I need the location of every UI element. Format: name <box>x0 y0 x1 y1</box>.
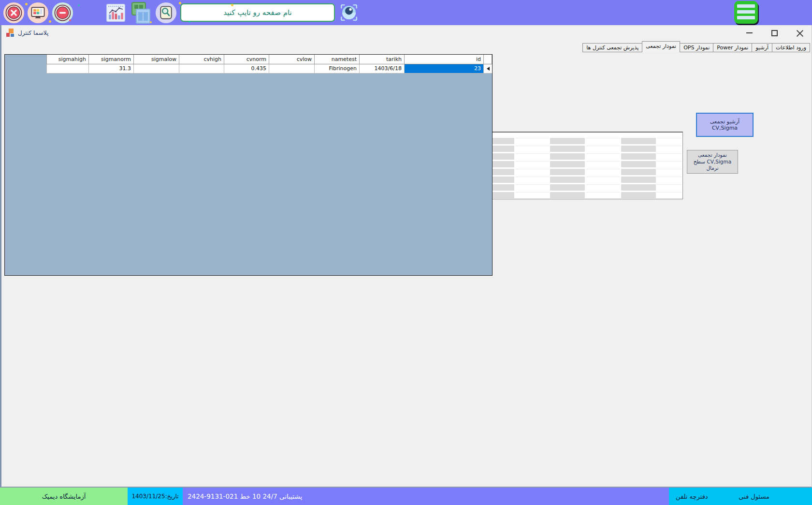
side-table-cell <box>620 146 656 152</box>
column-header-sigmahigh[interactable]: sigmahigh <box>46 55 89 64</box>
side-table-cell <box>549 146 585 152</box>
date-section: تاریخ:1403/11/25 <box>128 488 183 505</box>
column-header-cvnorm[interactable]: cvnorm <box>224 55 269 64</box>
cell-cvnorm[interactable]: 0.435 <box>224 64 269 74</box>
side-table-cell <box>656 146 682 152</box>
side-table-cell <box>620 184 656 191</box>
side-table-cell <box>656 177 682 183</box>
minimize-icon <box>746 32 753 33</box>
side-table-cell <box>620 169 656 175</box>
side-table-row <box>466 138 682 146</box>
top-toolbar <box>0 0 812 25</box>
column-header-sigmanorm[interactable]: sigmanorm <box>89 55 134 64</box>
technical-manager-link[interactable]: مسئول فنی <box>739 493 769 500</box>
links-section: مسئول فنی دفترچه تلفن <box>669 488 812 505</box>
tab-strip: ورود اطلاعات آرشیو نمودار Power نمودار O… <box>582 41 810 52</box>
side-table-cell <box>620 138 656 144</box>
close-circle-button[interactable] <box>3 2 25 24</box>
eye-capture-button[interactable] <box>339 2 359 23</box>
side-table-cell <box>549 153 585 160</box>
tab-cumulative-acceptance[interactable]: پذیرش تجمعی کنترل ها <box>582 43 642 52</box>
side-table-row <box>466 169 682 177</box>
row-header[interactable] <box>484 64 492 74</box>
current-row-indicator-icon <box>487 67 490 71</box>
column-header-tarikh[interactable]: tarikh <box>360 55 405 64</box>
side-table-row <box>466 146 682 153</box>
side-table-cell <box>620 153 656 160</box>
column-header-cvlow[interactable]: cvlow <box>269 55 315 64</box>
hamburger-menu-button[interactable] <box>734 1 758 24</box>
cell-cvhigh[interactable] <box>179 64 224 74</box>
tab-data-entry[interactable]: ورود اطلاعات <box>772 43 810 52</box>
side-table[interactable] <box>465 132 683 199</box>
side-table-cell <box>585 153 620 160</box>
side-table-cell <box>585 138 620 144</box>
page-name-input[interactable] <box>180 3 335 22</box>
cell-sigmanorm[interactable]: 31.3 <box>89 64 134 74</box>
screenshot-monitor-icon <box>27 2 49 24</box>
cell-sigmahigh[interactable] <box>46 64 89 74</box>
status-bar: آزمایشگاه دیمیک تاریخ:1403/11/25 پشتیبان… <box>0 488 812 505</box>
side-table-cell <box>514 177 549 183</box>
magnifier-image-button[interactable] <box>155 2 177 24</box>
window-title: پلاسما کنترل <box>18 30 48 36</box>
column-header-id[interactable]: id <box>405 55 484 64</box>
tab-cumulative-chart[interactable]: نمودار تجمعی <box>642 41 680 52</box>
tab-ops-chart[interactable]: نمودار OPS <box>680 43 713 52</box>
cell-tarikh[interactable]: 1403/6/18 <box>360 64 405 74</box>
side-table-rows <box>466 138 682 199</box>
confetti-dot <box>49 20 51 23</box>
hamburger-menu-icon <box>737 4 755 19</box>
close-button[interactable] <box>792 27 807 39</box>
side-table-cell <box>549 138 585 144</box>
cell-sigmalow[interactable] <box>134 64 179 74</box>
bar-chart-image-button[interactable] <box>105 2 126 23</box>
confetti-dot <box>188 21 190 23</box>
side-table-row <box>466 184 682 192</box>
screenshot-monitor-button[interactable] <box>27 2 49 24</box>
magnifier-image-icon <box>155 2 177 24</box>
tab-archive[interactable]: آرشیو <box>752 43 772 52</box>
close-icon <box>796 30 803 37</box>
windows-overlap-button[interactable] <box>129 1 152 25</box>
side-table-row <box>466 177 682 184</box>
side-table-cell <box>585 146 620 152</box>
confetti-dot <box>78 4 80 6</box>
side-table-cell <box>585 177 620 183</box>
confetti-dot <box>150 21 152 23</box>
table-row[interactable]: 31.3 0.435 Fibrinogen 1403/6/18 23 <box>46 64 492 74</box>
maximize-button[interactable] <box>767 27 782 39</box>
cumulative-archive-button[interactable]: آرشیو تجمعی CV,Sigma <box>696 113 754 137</box>
side-table-cell <box>585 184 620 191</box>
side-table-cell <box>514 138 549 144</box>
maximize-icon <box>771 30 778 36</box>
side-table-cell <box>656 192 682 198</box>
support-phone-section: پشتیبانی 24/7 10 خط 021-9131-2424 <box>183 488 669 505</box>
side-table-cell <box>620 161 656 167</box>
side-table-cell <box>549 184 585 191</box>
column-header-nametest[interactable]: nametest <box>315 55 360 64</box>
confetti-dot <box>25 3 28 5</box>
cell-id-selected[interactable]: 23 <box>405 64 484 74</box>
tab-power-chart[interactable]: نمودار Power <box>713 43 752 52</box>
window-titlebar: پلاسما کنترل <box>1 25 812 41</box>
side-table-cell <box>656 138 682 144</box>
side-table-cell <box>514 153 549 160</box>
cell-nametest[interactable]: Fibrinogen <box>315 64 360 74</box>
column-header-cvhigh[interactable]: cvhigh <box>179 55 224 64</box>
app-icon <box>6 29 15 37</box>
side-table-cell <box>620 192 656 198</box>
minimize-button[interactable] <box>742 27 756 39</box>
side-table-cell <box>585 161 620 167</box>
phonebook-link[interactable]: دفترچه تلفن <box>676 493 708 500</box>
side-table-cell <box>656 161 682 167</box>
close-circle-icon <box>3 2 25 24</box>
side-table-cell <box>549 192 585 198</box>
results-grid[interactable]: sigmahigh sigmanorm sigmalow cvhigh cvno… <box>4 54 493 276</box>
cell-cvlow[interactable] <box>269 64 315 74</box>
side-table-cell <box>656 169 682 175</box>
grid-header-row: sigmahigh sigmanorm sigmalow cvhigh cvno… <box>46 55 492 64</box>
cumulative-chart-normal-button[interactable]: نمودار تجمعی CV,Sigma سطح نرمال <box>687 150 738 174</box>
column-header-sigmalow[interactable]: sigmalow <box>134 55 179 64</box>
side-table-cell <box>514 146 549 152</box>
